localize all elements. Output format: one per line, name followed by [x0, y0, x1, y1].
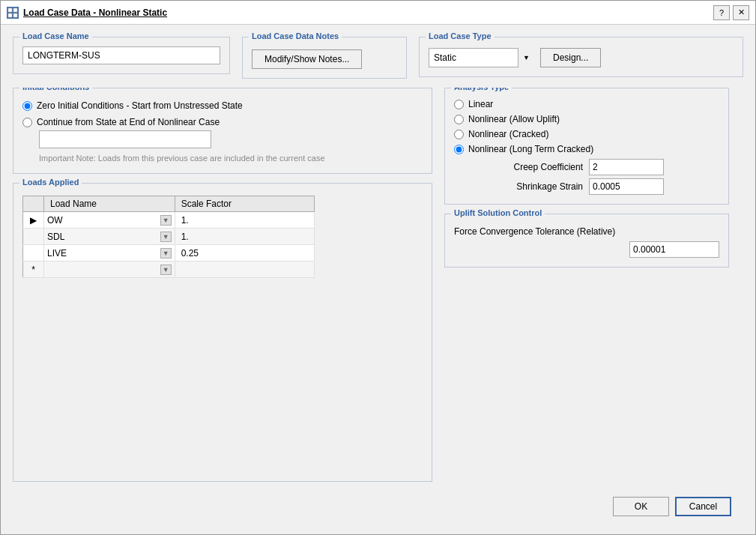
load-case-type-row: Static Response Spectrum Time History ▼ …	[429, 48, 734, 67]
zero-initial-label: Zero Initial Conditions - Start from Uns…	[37, 100, 243, 111]
creep-coefficient-label: Creep Coefficient	[471, 162, 583, 172]
loads-table: Load Name Scale Factor ▶ OW	[22, 196, 315, 278]
svg-rect-1	[13, 8, 17, 12]
uplift-tolerance-input[interactable]	[629, 241, 719, 258]
main-content: Load Case Name Load Case Data Notes Modi…	[1, 25, 755, 534]
load-case-type-section: Load Case Type Static Response Spectrum …	[419, 37, 743, 77]
table-row: LIVE ▼ 0.25	[23, 245, 315, 262]
row-name-1: OW ▼	[44, 212, 175, 229]
row-name-3: LIVE ▼	[44, 245, 175, 262]
load-case-name-label: Load Case Name	[19, 31, 92, 40]
loads-applied-section: Loads Applied Load Name Scale Factor	[13, 183, 432, 482]
shrinkage-strain-row: Shrinkage Strain	[471, 178, 719, 195]
table-row: SDL ▼ 1.	[23, 229, 315, 245]
row-dropdown-2[interactable]: ▼	[160, 232, 172, 242]
title-bar: Load Case Data - Nonlinear Static ? ✕	[1, 1, 755, 25]
table-row-new: * ▼	[23, 262, 315, 278]
modify-show-notes-button[interactable]: Modify/Show Notes...	[252, 49, 362, 69]
svg-rect-0	[8, 8, 12, 12]
uplift-solution-section: Uplift Solution Control Force Convergenc…	[444, 214, 729, 268]
zero-initial-radio[interactable]	[22, 101, 32, 111]
analysis-linear-row: Linear	[454, 99, 719, 109]
radio-zero-initial: Zero Initial Conditions - Start from Uns…	[22, 100, 423, 111]
analysis-nonlinear-uplift-row: Nonlinear (Allow Uplift)	[454, 114, 719, 124]
radio-continue-from-state: Continue from State at End of Nonlinear …	[22, 117, 423, 127]
row-scale-2: 1.	[175, 229, 314, 245]
load-case-type-select[interactable]: Static Response Spectrum Time History	[429, 48, 534, 67]
row-marker-new: *	[23, 262, 44, 278]
type-select-wrapper: Static Response Spectrum Time History ▼	[429, 48, 534, 67]
svg-rect-2	[8, 13, 12, 17]
creep-coefficient-input[interactable]	[589, 159, 664, 175]
table-row: ▶ OW ▼ 1.	[23, 212, 315, 229]
row-name-2: SDL ▼	[44, 229, 175, 245]
analysis-nonlinear-cracked-row: Nonlinear (Cracked)	[454, 129, 719, 139]
bottom-bar: OK Cancel	[13, 491, 743, 522]
shrinkage-strain-input[interactable]	[589, 178, 664, 195]
app-icon	[7, 7, 19, 19]
row-marker-1: ▶	[23, 212, 44, 229]
initial-conditions-label: Initial Conditions	[19, 88, 92, 91]
nonlinear-uplift-label: Nonlinear (Allow Uplift)	[468, 114, 560, 124]
load-name-cell[interactable]: ▼	[47, 265, 172, 275]
uplift-tolerance-row	[454, 241, 719, 258]
state-input[interactable]	[39, 130, 211, 148]
design-button[interactable]: Design...	[540, 48, 601, 67]
svg-rect-3	[13, 13, 17, 17]
top-row: Load Case Name Load Case Data Notes Modi…	[13, 37, 743, 79]
load-name-cell: OW ▼	[47, 215, 172, 226]
middle-row: Initial Conditions Zero Initial Conditio…	[13, 88, 743, 482]
creep-coefficient-row: Creep Coefficient	[471, 159, 719, 175]
title-bar-controls: ? ✕	[713, 5, 749, 20]
initial-conditions-note: Important Note: Loads from this previous…	[39, 153, 391, 164]
ok-button[interactable]: OK	[613, 497, 669, 516]
title-bar-left: Load Case Data - Nonlinear Static	[7, 7, 167, 19]
linear-radio[interactable]	[454, 100, 464, 109]
nonlinear-uplift-radio[interactable]	[454, 115, 464, 124]
load-name-cell: LIVE ▼	[47, 248, 172, 259]
row-scale-1: 1.	[175, 212, 314, 229]
load-case-name-section: Load Case Name	[13, 37, 230, 74]
load-case-type-label: Load Case Type	[426, 31, 495, 40]
shrinkage-strain-label: Shrinkage Strain	[471, 181, 583, 192]
loads-table-container: Load Name Scale Factor ▶ OW	[22, 196, 315, 278]
row-scale-3: 0.25	[175, 245, 314, 262]
linear-label: Linear	[468, 99, 493, 109]
analysis-type-section: Analysis Type Linear Nonlinear (Allow Up…	[444, 88, 729, 205]
load-name-cell: SDL ▼	[47, 232, 172, 242]
nonlinear-cracked-label: Nonlinear (Cracked)	[468, 129, 548, 139]
row-marker-3	[23, 245, 44, 262]
uplift-tolerance-label: Force Convergence Tolerance (Relative)	[454, 226, 719, 237]
row-marker-2	[23, 229, 44, 245]
continue-from-state-label: Continue from State at End of Nonlinear …	[37, 117, 220, 127]
col-header-load-name: Load Name	[44, 196, 175, 212]
cancel-button[interactable]: Cancel	[675, 497, 731, 516]
help-button[interactable]: ?	[713, 5, 730, 20]
row-name-new: ▼	[44, 262, 175, 278]
row-scale-new	[175, 262, 314, 278]
continue-from-state-radio[interactable]	[22, 118, 32, 127]
row-dropdown-new[interactable]: ▼	[160, 265, 172, 275]
close-button[interactable]: ✕	[733, 5, 749, 20]
uplift-solution-label: Uplift Solution Control	[451, 208, 545, 217]
row-dropdown-1[interactable]: ▼	[160, 215, 172, 226]
nonlinear-long-term-radio[interactable]	[454, 145, 464, 154]
right-panel: Analysis Type Linear Nonlinear (Allow Up…	[444, 88, 729, 482]
loads-applied-label: Loads Applied	[19, 178, 82, 187]
col-header-marker	[23, 196, 44, 212]
load-case-notes-section: Load Case Data Notes Modify/Show Notes..…	[242, 37, 407, 79]
analysis-sub-params: Creep Coefficient Shrinkage Strain	[471, 159, 719, 195]
col-header-scale-factor: Scale Factor	[175, 196, 314, 212]
main-window: Load Case Data - Nonlinear Static ? ✕ Lo…	[0, 0, 756, 535]
initial-conditions-section: Initial Conditions Zero Initial Conditio…	[13, 88, 432, 174]
window-title: Load Case Data - Nonlinear Static	[23, 7, 167, 18]
row-dropdown-3[interactable]: ▼	[160, 248, 172, 259]
nonlinear-long-term-label: Nonlinear (Long Term Cracked)	[468, 144, 593, 154]
load-case-name-input[interactable]	[22, 46, 220, 64]
left-panel: Initial Conditions Zero Initial Conditio…	[13, 88, 432, 482]
analysis-type-label: Analysis Type	[451, 88, 512, 91]
nonlinear-cracked-radio[interactable]	[454, 130, 464, 139]
load-case-notes-label: Load Case Data Notes	[249, 31, 342, 40]
analysis-nonlinear-long-term-row: Nonlinear (Long Term Cracked)	[454, 144, 719, 154]
